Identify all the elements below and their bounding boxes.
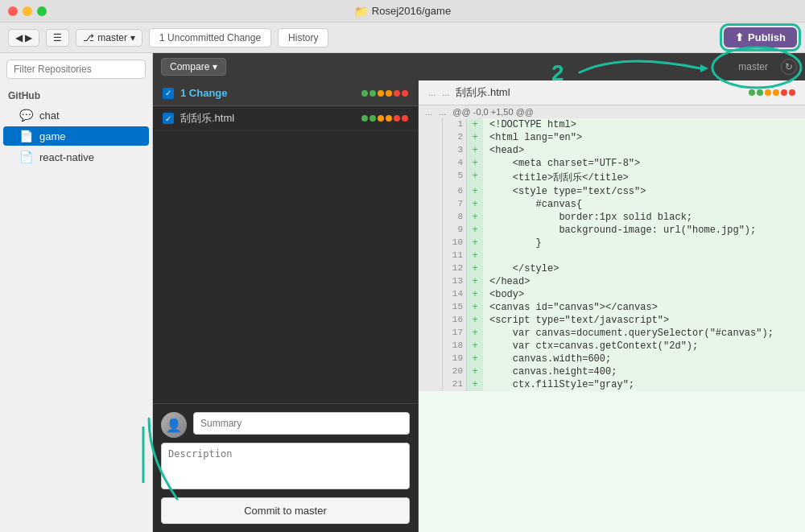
- line-plus-sign: +: [467, 131, 483, 144]
- compare-button[interactable]: Compare ▾: [161, 58, 226, 76]
- publish-icon: ⬆: [735, 31, 744, 43]
- diff-line: 10 + }: [419, 237, 805, 250]
- diff-nav-right[interactable]: ...: [442, 88, 449, 97]
- line-number-new: 7: [443, 198, 467, 211]
- select-all-checkbox[interactable]: ✓: [163, 88, 174, 99]
- dot-green: [361, 90, 368, 97]
- line-content: <title>刮刮乐</title>: [483, 170, 805, 185]
- summary-input[interactable]: [193, 412, 410, 435]
- branch-icon: ⎇: [83, 32, 94, 43]
- sync-icon[interactable]: ↻: [781, 59, 797, 75]
- line-content: <html lang="en">: [483, 131, 805, 144]
- diff-range-header: ... ... @@ -0,0 +1,50 @@: [419, 105, 805, 118]
- diff-header: ... ... 刮刮乐.html: [419, 80, 805, 105]
- line-number-new: 3: [443, 144, 467, 157]
- dot-red-4: [402, 115, 408, 122]
- dot-yellow-4: [386, 115, 392, 122]
- line-number-old: [419, 275, 443, 288]
- file-icon: 📄: [19, 151, 33, 163]
- nav-back-forward-button[interactable]: ◀ ▶: [8, 29, 39, 47]
- maximize-button[interactable]: [37, 6, 47, 16]
- sidebar-item-game[interactable]: 📄 game: [3, 126, 149, 146]
- window-controls[interactable]: [8, 6, 47, 16]
- line-content: <style type="text/css">: [483, 185, 805, 198]
- dot-yellow-2: [386, 90, 392, 97]
- dot-green-3: [361, 115, 368, 122]
- line-number-old: [419, 365, 443, 378]
- diff-line: 16 + <script type="text/javascript">: [419, 314, 805, 327]
- diff-nav-left[interactable]: ...: [428, 88, 436, 97]
- line-plus-sign: +: [467, 314, 483, 327]
- window-title: 📁 Rosej2016/game: [354, 5, 451, 18]
- diff-line: 6 + <style type="text/css">: [419, 185, 805, 198]
- sidebar-item-chat[interactable]: 💬 chat: [3, 105, 149, 125]
- file-list-item[interactable]: ✓ 刮刮乐.html: [153, 106, 418, 131]
- changes-status-dots: [361, 90, 408, 97]
- line-plus-sign: +: [467, 144, 483, 157]
- diff-line: 2 + <html lang="en">: [419, 131, 805, 144]
- diff-line: 11 +: [419, 250, 805, 262]
- line-content: var ctx=canvas.getContext("2d");: [483, 340, 805, 353]
- file-checkbox[interactable]: ✓: [163, 113, 174, 124]
- filter-repositories-input[interactable]: [6, 60, 146, 79]
- commit-to-master-button[interactable]: Commit to master: [161, 497, 410, 524]
- line-number-new: 2: [443, 131, 467, 144]
- publish-button[interactable]: ⬆ Publish: [724, 27, 797, 47]
- diff-line: 12 + </style>: [419, 262, 805, 275]
- diff-line: 1 + <!DOCTYPE html>: [419, 118, 805, 131]
- line-content: #canvas{: [483, 198, 805, 211]
- title-bar: 📁 Rosej2016/game: [0, 0, 805, 23]
- chat-icon: 💬: [19, 109, 33, 122]
- line-plus-sign: +: [467, 198, 483, 211]
- nav-icon: ◀ ▶: [15, 32, 32, 43]
- dot-r1: [781, 89, 787, 96]
- chevron-down-icon: ▾: [130, 32, 135, 43]
- line-number-new: 4: [443, 157, 467, 170]
- avatar: 👤: [161, 412, 187, 438]
- diff-line: 13 + </head>: [419, 275, 805, 288]
- line-plus-sign: +: [467, 250, 483, 262]
- sidebar-item-label: chat: [39, 109, 60, 122]
- line-number-old: [419, 301, 443, 314]
- line-number-old: [419, 378, 443, 391]
- diff-line: 17 + var canvas=document.querySelector("…: [419, 327, 805, 340]
- line-number-new: 20: [443, 365, 467, 378]
- close-button[interactable]: [8, 6, 18, 16]
- line-number-new: 9: [443, 224, 467, 237]
- line-content: var canvas=document.querySelector("#canv…: [483, 327, 805, 340]
- line-number-new: 12: [443, 262, 467, 275]
- diff-status-dots: [749, 89, 795, 96]
- branch-toggle-button[interactable]: ⎇ master ▾: [76, 29, 142, 47]
- line-number-old: [419, 211, 443, 224]
- diff-line: 21 + ctx.fillStyle="gray";: [419, 378, 805, 391]
- line-plus-sign: +: [467, 288, 483, 301]
- dot-yellow: [378, 90, 384, 97]
- sidebar-item-react-native[interactable]: 📄 react-native: [3, 147, 149, 167]
- line-content: <!DOCTYPE html>: [483, 118, 805, 131]
- line-number-old: [419, 237, 443, 250]
- uncommitted-changes-button[interactable]: 1 Uncommitted Change: [149, 28, 271, 47]
- line-number-old: [419, 314, 443, 327]
- line-plus-sign: +: [467, 327, 483, 340]
- sidebar: GitHub 💬 chat 📄 game 📄 react-native: [0, 53, 153, 532]
- line-plus-sign: +: [467, 365, 483, 378]
- line-number-old: [419, 157, 443, 170]
- description-textarea[interactable]: [161, 443, 410, 489]
- history-button[interactable]: History: [278, 28, 328, 47]
- line-content: <head>: [483, 144, 805, 157]
- line-content: <canvas id="canvas"></canvas>: [483, 301, 805, 314]
- line-content: <body>: [483, 288, 805, 301]
- line-number-old: [419, 250, 443, 262]
- minimize-button[interactable]: [23, 6, 32, 16]
- line-number-new: 6: [443, 185, 467, 198]
- diff-content[interactable]: 1 + <!DOCTYPE html> 2 + <html lang="en">…: [419, 118, 805, 532]
- dot-red: [394, 90, 400, 97]
- line-number-new: 19: [443, 353, 467, 365]
- sidebar-toggle-button[interactable]: ☰: [46, 29, 69, 47]
- changes-header: ✓ 1 Change: [153, 80, 418, 106]
- commit-area: 👤 Commit to master: [153, 403, 418, 532]
- changes-pane: ✓ 1 Change ✓ 刮刮乐.html: [153, 80, 419, 532]
- line-plus-sign: +: [467, 340, 483, 353]
- dot-yellow-3: [378, 115, 384, 122]
- diff-range-label: @@ -0,0 +1,50 @@: [452, 107, 534, 117]
